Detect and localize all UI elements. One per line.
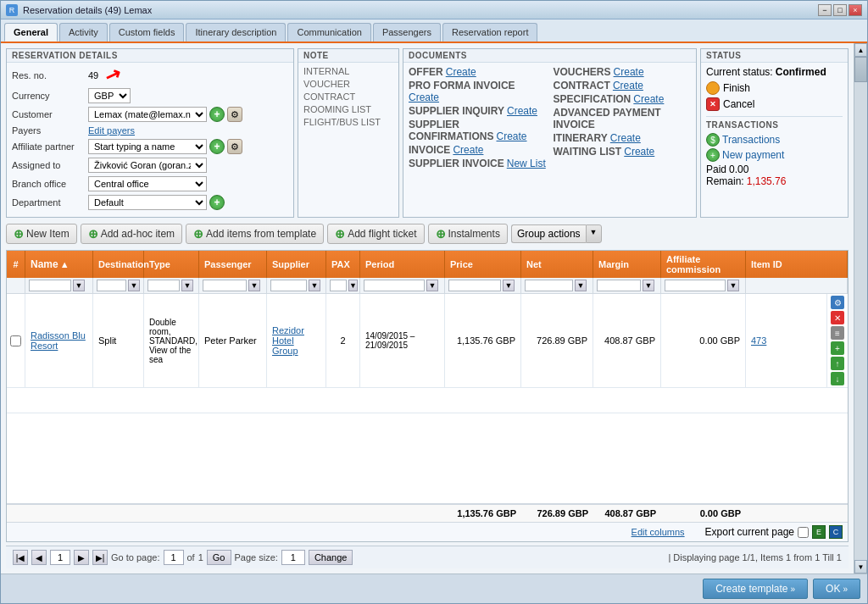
supplier-link[interactable]: Rezidor Hotel Group: [272, 325, 320, 356]
group-actions-dropdown[interactable]: ▼: [586, 224, 602, 243]
th-period[interactable]: Period: [360, 251, 445, 278]
add-customer-button[interactable]: +: [209, 107, 225, 122]
note-rooming[interactable]: ROOMING LIST: [303, 104, 393, 114]
filter-pax-button[interactable]: ▼: [348, 280, 358, 291]
filter-net-input[interactable]: [525, 280, 573, 291]
filter-name-input[interactable]: [29, 280, 71, 291]
branch-select[interactable]: Central office: [88, 176, 207, 191]
edit-columns-link[interactable]: Edit columns: [632, 527, 685, 537]
new-payment-link[interactable]: + New payment: [706, 148, 843, 162]
tab-report[interactable]: Reservation report: [442, 23, 538, 42]
scroll-down-button[interactable]: ▼: [854, 560, 867, 574]
page-number-input[interactable]: [50, 550, 70, 565]
note-internal[interactable]: INTERNAL: [303, 66, 393, 76]
th-passenger[interactable]: Passenger: [199, 251, 267, 278]
tab-custom-fields[interactable]: Custom fields: [109, 23, 185, 42]
filter-dest-button[interactable]: ▼: [128, 280, 140, 291]
assigned-select[interactable]: Živković Goran (goran.zivk: [88, 158, 207, 173]
currency-select[interactable]: GBP EUR USD: [88, 88, 131, 103]
row-checkbox[interactable]: [7, 294, 25, 387]
tab-general[interactable]: General: [4, 23, 58, 42]
add-flight-button[interactable]: ⊕ Add flight ticket: [327, 224, 424, 244]
note-flight[interactable]: FLIGHT/BUS LIST: [303, 117, 393, 127]
th-checkbox[interactable]: #: [7, 251, 25, 278]
filter-margin-button[interactable]: ▼: [643, 280, 654, 291]
row-detail-icon[interactable]: ≡: [831, 326, 844, 340]
filter-supplier-button[interactable]: ▼: [309, 280, 320, 291]
filter-type-button[interactable]: ▼: [181, 280, 193, 291]
restore-button[interactable]: □: [833, 4, 847, 16]
scroll-up-button[interactable]: ▲: [854, 43, 867, 57]
department-select[interactable]: Default: [88, 195, 207, 210]
vertical-scrollbar[interactable]: ▲ ▼: [854, 43, 867, 574]
tab-communication[interactable]: Communication: [287, 23, 370, 42]
change-button[interactable]: Change: [309, 550, 353, 565]
add-adhoc-button[interactable]: ⊕ Add ad-hoc item: [81, 224, 182, 244]
group-actions-button[interactable]: Group actions ▼: [511, 224, 602, 243]
note-contract[interactable]: CONTRACT: [303, 91, 393, 102]
th-type[interactable]: Type: [144, 251, 199, 278]
th-destination[interactable]: Destination: [93, 251, 144, 278]
minimize-button[interactable]: −: [818, 4, 832, 16]
affiliate-settings-button[interactable]: ⚙: [227, 139, 242, 154]
prev-page-button[interactable]: ◀: [31, 550, 47, 565]
scroll-thumb[interactable]: [854, 57, 867, 82]
filter-pax-input[interactable]: [330, 280, 347, 291]
th-net[interactable]: Net: [521, 251, 593, 278]
filter-passenger-button[interactable]: ▼: [248, 280, 260, 291]
row-delete-icon[interactable]: ✕: [831, 311, 844, 324]
filter-passenger-input[interactable]: [203, 280, 247, 291]
filter-affiliate-input[interactable]: [665, 280, 726, 291]
filter-price-button[interactable]: ▼: [503, 280, 515, 291]
filter-price-input[interactable]: [448, 280, 501, 291]
note-voucher[interactable]: VOUCHER: [303, 79, 393, 89]
instalments-button[interactable]: ⊕ Instalments: [428, 224, 508, 244]
go-to-page-input[interactable]: [164, 550, 184, 565]
filter-period-input[interactable]: [364, 280, 425, 291]
th-margin[interactable]: Margin: [593, 251, 661, 278]
th-item-id[interactable]: Item ID: [746, 251, 848, 278]
filter-supplier-input[interactable]: [270, 280, 307, 291]
add-template-button[interactable]: ⊕ Add items from template: [186, 224, 324, 244]
tab-itinerary[interactable]: Itinerary description: [186, 23, 286, 42]
item-id-link[interactable]: 473: [751, 335, 766, 346]
next-page-button[interactable]: ▶: [74, 550, 89, 565]
new-item-button[interactable]: ⊕ New Item: [6, 224, 77, 244]
th-pax[interactable]: PAX: [326, 251, 360, 278]
add-department-button[interactable]: +: [209, 195, 225, 210]
export-excel-icon[interactable]: E: [812, 525, 826, 539]
cancel-button[interactable]: ✕ Cancel: [706, 97, 843, 111]
tab-activity[interactable]: Activity: [59, 23, 108, 42]
close-button[interactable]: ×: [849, 4, 862, 16]
tab-passengers[interactable]: Passengers: [373, 23, 441, 42]
row-copy-icon[interactable]: ↑: [831, 357, 844, 370]
export-csv-icon[interactable]: C: [829, 525, 843, 539]
ok-button[interactable]: OK »: [813, 579, 860, 599]
th-affiliate[interactable]: Affiliate commission: [661, 251, 746, 278]
page-size-input[interactable]: [281, 550, 305, 565]
go-button[interactable]: Go: [207, 550, 231, 565]
create-template-button[interactable]: Create template »: [703, 579, 808, 599]
transactions-link[interactable]: $ Transactions: [706, 133, 843, 147]
row-add-icon[interactable]: +: [831, 341, 844, 355]
export-checkbox[interactable]: [798, 527, 809, 538]
row-move-icon[interactable]: ↓: [831, 372, 844, 385]
scroll-track[interactable]: [854, 57, 867, 560]
filter-margin-input[interactable]: [597, 280, 641, 291]
affiliate-select[interactable]: Start typing a name: [88, 139, 207, 154]
th-name[interactable]: Name ▲: [25, 251, 93, 278]
filter-affiliate-button[interactable]: ▼: [727, 280, 739, 291]
add-affiliate-button[interactable]: +: [209, 139, 225, 154]
filter-type-input[interactable]: [147, 280, 180, 291]
row-edit-icon[interactable]: ⚙: [831, 296, 844, 309]
finish-button[interactable]: Finish: [706, 81, 843, 95]
filter-net-button[interactable]: ▼: [575, 280, 587, 291]
th-price[interactable]: Price: [445, 251, 521, 278]
customer-settings-button[interactable]: ⚙: [227, 107, 242, 122]
first-page-button[interactable]: |◀: [13, 550, 28, 565]
item-name-link[interactable]: Radisson Blu Resort: [31, 330, 87, 351]
row-checkbox-input[interactable]: [10, 335, 21, 346]
customer-select[interactable]: Lemax (mate@lemax.net), :: [88, 107, 207, 122]
th-supplier[interactable]: Supplier: [267, 251, 326, 278]
last-page-button[interactable]: ▶|: [92, 550, 108, 565]
